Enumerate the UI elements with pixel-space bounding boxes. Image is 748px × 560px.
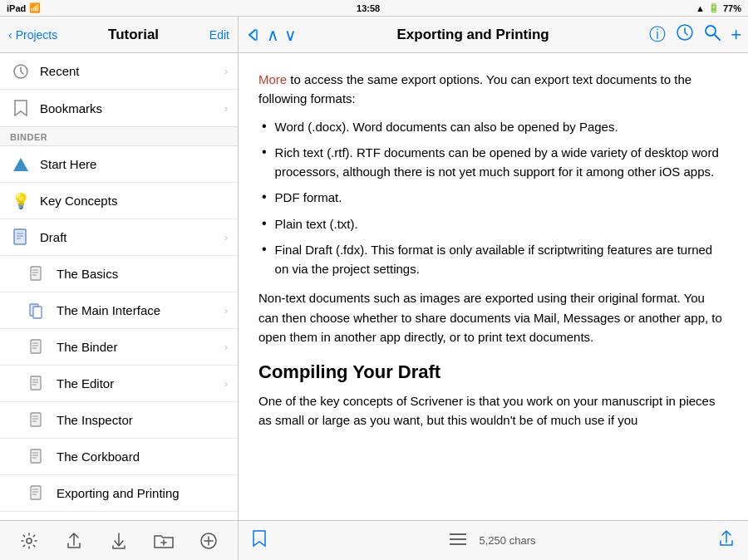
bookmarks-chevron-icon: › (224, 102, 228, 115)
main-navbar: ∧ ∨ Exporting and Printing ⓘ (239, 17, 748, 53)
recent-icon (10, 61, 32, 82)
add-folder-button[interactable] (149, 526, 179, 556)
svg-rect-11 (31, 340, 41, 353)
info-button[interactable]: ⓘ (649, 23, 666, 46)
start-here-label: Start Here (40, 157, 228, 171)
back-label[interactable]: Projects (16, 28, 58, 42)
binder-item-working-with-projects[interactable]: Working with Projects (0, 512, 238, 520)
add-doc-button[interactable]: + (731, 24, 741, 46)
bullet-list: Word (.docx). Word documents can also be… (258, 117, 728, 279)
battery-icon: 🔋 (708, 2, 720, 13)
navbar-actions: ⓘ + (649, 23, 741, 46)
document-body: More to access the same export options. … (239, 53, 748, 520)
binder-item-draft[interactable]: Draft › (0, 219, 238, 256)
the-corkboard-icon (27, 446, 48, 468)
nav-arrows: ∧ ∨ (267, 25, 297, 45)
status-right: ▲ 🔋 77% (696, 2, 741, 13)
main-interface-chevron-icon: › (224, 304, 228, 317)
the-inspector-label: The Inspector (57, 413, 228, 427)
sidebar-item-recent[interactable]: Recent › (0, 53, 238, 90)
nav-up-arrow[interactable]: ∧ (267, 25, 279, 45)
lines-menu-button[interactable] (450, 533, 466, 549)
intro-text: to access the same export options. You c… (258, 72, 691, 106)
bookmark-doc-button[interactable] (252, 529, 267, 552)
nav-down-arrow[interactable]: ∨ (284, 25, 297, 45)
status-left: iPad 📶 (7, 2, 41, 13)
history-button[interactable] (676, 23, 694, 46)
status-time: 13:58 (357, 3, 380, 13)
binder-item-the-binder[interactable]: The Binder › (0, 329, 238, 366)
signal-icon: ▲ (696, 3, 705, 13)
list-item: PDF format. (258, 188, 728, 207)
svg-line-44 (715, 35, 720, 40)
bottom-toolbar-left (252, 529, 267, 552)
back-button[interactable]: ‹ Projects (8, 28, 57, 42)
recent-label: Recent (40, 64, 224, 78)
sidebar-content: Recent › Bookmarks › BINDER (0, 53, 238, 520)
list-item: Final Draft (.fdx). This format is only … (258, 240, 728, 279)
collapse-nav-button[interactable] (245, 27, 260, 42)
svg-rect-1 (14, 229, 26, 244)
status-device: iPad (7, 3, 26, 13)
settings-button[interactable] (14, 526, 44, 556)
binder-item-start-here[interactable]: Start Here (0, 146, 238, 183)
share-doc-button[interactable] (718, 534, 735, 551)
binder-item-the-basics[interactable]: The Basics (0, 256, 238, 292)
wifi-icon: 📶 (29, 2, 41, 13)
exporting-printing-label: Exporting and Printing (57, 486, 228, 500)
svg-point-43 (706, 26, 716, 36)
binder-item-the-editor[interactable]: The Editor › (0, 366, 238, 402)
binder-item-the-main-interface[interactable]: The Main Interface › (0, 292, 238, 329)
list-item: Plain text (.txt). (258, 214, 728, 233)
paragraph-2: One of the key concepts of Scrivener is … (258, 391, 728, 430)
bookmark-icon (10, 97, 32, 119)
document-title: Exporting and Printing (300, 27, 646, 43)
binder-item-exporting-printing[interactable]: Exporting and Printing (0, 475, 238, 512)
more-link[interactable]: More (258, 72, 287, 86)
the-editor-chevron-icon: › (224, 377, 228, 390)
download-button[interactable] (104, 526, 134, 556)
share-button[interactable] (59, 526, 89, 556)
main-content: ∧ ∨ Exporting and Printing ⓘ (239, 17, 748, 560)
the-binder-icon (27, 336, 48, 358)
draft-icon (10, 227, 32, 248)
sidebar-navbar: ‹ Projects Tutorial Edit (0, 17, 238, 53)
the-basics-label: The Basics (57, 267, 228, 281)
section-heading: Compiling Your Draft (258, 361, 728, 383)
sidebar-item-bookmarks[interactable]: Bookmarks › (0, 90, 238, 126)
list-item: Rich text (.rtf). RTF documents can be o… (258, 143, 728, 182)
battery-level: 77% (723, 3, 741, 13)
back-chevron-icon: ‹ (8, 28, 12, 42)
the-inspector-icon (27, 410, 48, 431)
search-button[interactable] (704, 24, 721, 45)
binder-section-header: BINDER (0, 127, 238, 146)
binder-item-the-inspector[interactable]: The Inspector (0, 402, 238, 439)
svg-rect-19 (31, 413, 41, 426)
binder-item-key-concepts[interactable]: 💡 Key Concepts (0, 183, 238, 219)
the-main-interface-icon (27, 300, 48, 322)
bottom-toolbar-center: 5,250 chars (450, 533, 536, 549)
paragraph-1: Non-text documents such as images are ex… (258, 288, 728, 346)
svg-point-35 (27, 538, 32, 543)
sidebar: ‹ Projects Tutorial Edit Recent › (0, 17, 239, 560)
bookmarks-label: Bookmarks (40, 101, 224, 115)
add-button[interactable] (194, 526, 224, 556)
status-bar: iPad 📶 13:58 ▲ 🔋 77% (0, 0, 748, 17)
app-container: ‹ Projects Tutorial Edit Recent › (0, 17, 748, 560)
binder-item-the-corkboard[interactable]: The Corkboard (0, 439, 238, 475)
svg-rect-27 (31, 486, 41, 499)
the-editor-icon (27, 373, 48, 395)
key-concepts-icon: 💡 (10, 190, 32, 212)
edit-button[interactable]: Edit (209, 28, 229, 42)
the-basics-icon (27, 263, 48, 285)
binder-items-group: Start Here 💡 Key Concepts (0, 146, 238, 520)
the-main-interface-label: The Main Interface (57, 303, 224, 317)
svg-rect-23 (31, 449, 41, 463)
sidebar-title: Tutorial (108, 27, 159, 43)
list-item: Word (.docx). Word documents can also be… (258, 117, 728, 136)
char-count: 5,250 chars (480, 534, 536, 547)
key-concepts-label: Key Concepts (40, 194, 228, 208)
bottom-toolbar-right (718, 529, 735, 552)
draft-chevron-icon: › (224, 231, 228, 243)
the-editor-label: The Editor (57, 376, 224, 391)
